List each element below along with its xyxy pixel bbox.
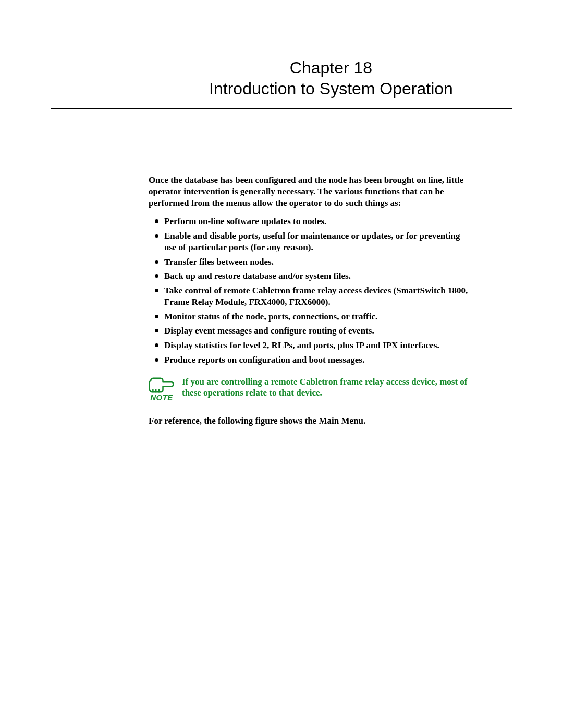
body-content: Once the database has been configured an… <box>149 175 469 426</box>
list-item: Back up and restore database and/or syst… <box>149 270 469 282</box>
list-item: Perform on-line software updates to node… <box>149 216 469 227</box>
document-page: Chapter 18 Introduction to System Operat… <box>0 0 563 426</box>
list-item: Display statistics for level 2, RLPs, an… <box>149 340 469 351</box>
chapter-number: Chapter 18 <box>150 57 512 78</box>
list-item: Take control of remote Cabletron frame r… <box>149 285 469 308</box>
note-text: If you are controlling a remote Cabletro… <box>182 376 469 399</box>
bullet-list: Perform on-line software updates to node… <box>149 216 469 365</box>
list-item: Display event messages and configure rou… <box>149 325 469 337</box>
chapter-title: Introduction to System Operation <box>150 78 512 99</box>
note-icon-block: NOTE <box>149 376 175 402</box>
intro-paragraph: Once the database has been configured an… <box>149 175 469 208</box>
list-item: Produce reports on configuration and boo… <box>149 354 469 366</box>
note-callout: NOTE If you are controlling a remote Cab… <box>149 376 469 402</box>
reference-line: For reference, the following figure show… <box>149 415 469 427</box>
chapter-header: Chapter 18 Introduction to System Operat… <box>51 57 512 109</box>
list-item: Monitor status of the node, ports, conne… <box>149 311 469 323</box>
list-item: Transfer files between nodes. <box>149 256 469 268</box>
note-label: NOTE <box>150 393 173 402</box>
list-item: Enable and disable ports, useful for mai… <box>149 230 469 253</box>
pointing-hand-icon <box>149 376 175 394</box>
